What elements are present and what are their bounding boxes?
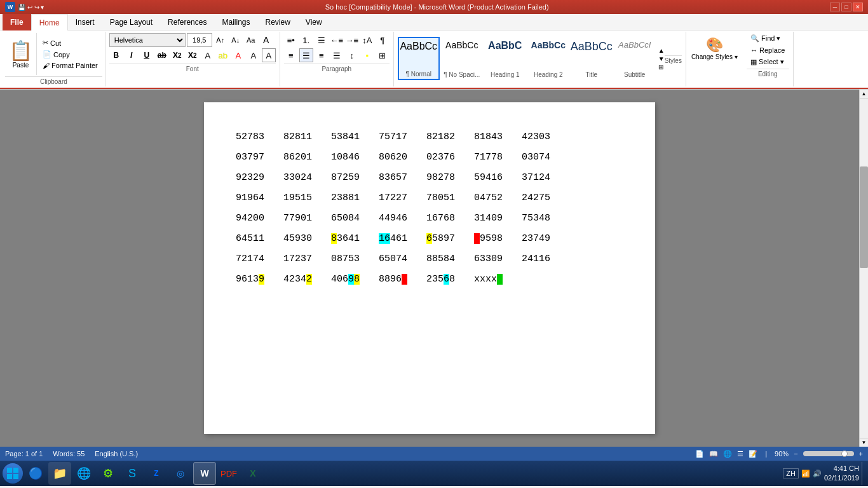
taskbar-chrome[interactable]: 🔵	[24, 462, 47, 485]
tab-insert[interactable]: Insert	[68, 14, 102, 30]
scroll-down-arrow[interactable]: ▼	[860, 438, 868, 447]
cell: 63309	[474, 250, 509, 269]
scroll-thumb[interactable]	[860, 166, 868, 268]
zoom-slider[interactable]	[803, 451, 854, 456]
align-left-button[interactable]: ≡	[284, 48, 298, 62]
taskbar-app1[interactable]: ⚙	[97, 462, 119, 485]
tab-references[interactable]: References	[160, 14, 214, 30]
scroll-down-button[interactable]: ▼	[658, 55, 665, 62]
bullets-button[interactable]: ≡•	[284, 33, 298, 47]
view-print-icon[interactable]: 📄	[695, 450, 704, 458]
tab-file[interactable]: File	[3, 14, 31, 30]
underline-button[interactable]: U	[140, 48, 154, 62]
close-button[interactable]: ✕	[853, 3, 863, 11]
taskbar-excel[interactable]: X	[241, 462, 264, 485]
view-outline-icon[interactable]: ☰	[737, 450, 743, 458]
tab-home[interactable]: Home	[31, 14, 68, 30]
heading2-style-button[interactable]: AaBbCc Heading 2	[527, 37, 569, 80]
show-desktop-button[interactable]	[862, 462, 865, 485]
clear-format-button[interactable]: A	[259, 33, 273, 47]
taskbar-word[interactable]: W	[193, 462, 216, 485]
change-styles-button[interactable]: 🎨 Change Styles ▾	[689, 34, 740, 63]
taskbar-pdf[interactable]: PDF	[217, 462, 240, 485]
change-case-button[interactable]: Aa	[244, 33, 258, 47]
justify-button[interactable]: ☰	[330, 48, 344, 62]
document-scroll-area[interactable]: 52783 82811 53841 75717 82182 81843 4230…	[0, 90, 859, 447]
decrease-indent-button[interactable]: ←≡	[330, 33, 344, 47]
minimize-button[interactable]: ─	[830, 3, 840, 11]
tab-mailings[interactable]: Mailings	[214, 14, 257, 30]
subtitle-style-button[interactable]: AaBbCcI Subtitle	[614, 37, 656, 80]
taskbar-ie[interactable]: 🌐	[72, 462, 95, 485]
cell: 91964	[236, 189, 271, 208]
select-button[interactable]: ▦ Select ▾	[748, 57, 787, 67]
scroll-up-arrow[interactable]: ▲	[860, 90, 868, 98]
cell: 42342	[283, 270, 318, 289]
borders-button[interactable]: ⊞	[376, 48, 390, 62]
font-size-input[interactable]	[187, 33, 212, 47]
bold-button[interactable]: B	[109, 48, 123, 62]
table-row: 64511 45930 83641 16461 65897 29598 2374…	[236, 229, 623, 248]
cut-button[interactable]: ✂ Cut	[41, 38, 100, 48]
scroll-up-button[interactable]: ▲	[658, 47, 665, 54]
superscript-button[interactable]: X2	[186, 48, 200, 62]
taskbar-skype[interactable]: S	[121, 462, 144, 485]
zoom-slider-thumb[interactable]	[841, 451, 848, 457]
paste-button[interactable]: 📋 Paste	[5, 33, 37, 75]
maximize-button[interactable]: □	[841, 3, 851, 11]
start-button[interactable]	[3, 463, 23, 484]
view-draft-icon[interactable]: 📝	[749, 450, 757, 458]
tab-review[interactable]: Review	[257, 14, 297, 30]
taskbar-imo[interactable]: ◎	[169, 462, 192, 485]
italic-button[interactable]: I	[125, 48, 139, 62]
tab-view[interactable]: View	[298, 14, 330, 30]
network-icon: 📶	[801, 470, 810, 478]
language-btn[interactable]: ZH	[783, 468, 799, 478]
sort-button[interactable]: ↕A	[360, 33, 374, 47]
nospace-style-button[interactable]: AaBbCc ¶ No Spaci...	[441, 37, 483, 80]
normal-style-button[interactable]: AaBbCc ¶ Normal	[398, 37, 440, 80]
char-shading-button[interactable]: A	[247, 48, 261, 62]
increase-indent-button[interactable]: →≡	[345, 33, 359, 47]
scrollbar-vertical[interactable]: ▲ ▼	[859, 90, 868, 447]
multilevel-button[interactable]: ☰	[315, 33, 329, 47]
table-row: 96139 42342 40698 88962 23568 xxxxx	[236, 270, 623, 289]
copy-button[interactable]: 📄 Copy	[41, 50, 100, 59]
align-center-button[interactable]: ☰	[299, 48, 313, 62]
quick-access: 💾 ↩ ↪ ▾	[18, 4, 44, 11]
zoom-in-button[interactable]: +	[859, 450, 863, 458]
title-style-button[interactable]: AaBbCc Title	[571, 37, 613, 80]
taskbar-zalo[interactable]: Z	[145, 462, 168, 485]
font-color-button[interactable]: A	[231, 48, 245, 62]
view-web-icon[interactable]: 🌐	[723, 450, 732, 458]
char-border-button[interactable]: A	[262, 48, 276, 62]
more-styles-button[interactable]: ⊞	[658, 64, 665, 71]
cell: 08753	[331, 250, 366, 269]
text-highlight-button[interactable]: ab	[216, 48, 230, 62]
format-painter-button[interactable]: 🖌 Format Painter	[41, 61, 100, 70]
shading-button[interactable]: ▪	[360, 48, 374, 62]
highlight: 6	[426, 233, 432, 244]
show-marks-button[interactable]: ¶	[376, 33, 390, 47]
numbering-button[interactable]: 1.	[299, 33, 313, 47]
cell: 96139	[236, 270, 271, 289]
replace-button[interactable]: ↔ Replace	[748, 45, 787, 55]
find-button[interactable]: 🔍 Find ▾	[748, 33, 787, 44]
volume-icon: 🔊	[813, 470, 822, 478]
paragraph-label: Paragraph	[284, 64, 390, 72]
heading1-style-button[interactable]: AaBbC Heading 1	[484, 37, 526, 80]
tab-page-layout[interactable]: Page Layout	[102, 14, 160, 30]
align-right-button[interactable]: ≡	[315, 48, 329, 62]
font-name-select[interactable]: Helvetica	[109, 33, 186, 47]
grow-font-button[interactable]: A↑	[214, 33, 227, 47]
zoom-out-button[interactable]: −	[794, 450, 797, 458]
line-spacing-button[interactable]: ↕	[345, 48, 359, 62]
text-effect-button[interactable]: A	[201, 48, 215, 62]
taskbar-explorer[interactable]: 📁	[48, 462, 71, 485]
styles-group: AaBbCc ¶ Normal AaBbCc ¶ No Spaci... AaB…	[394, 32, 686, 86]
subscript-button[interactable]: X2	[170, 48, 184, 62]
shrink-font-button[interactable]: A↓	[229, 33, 243, 47]
view-reading-icon[interactable]: 📖	[709, 450, 718, 458]
cell: 81843	[474, 128, 509, 147]
strikethrough-button[interactable]: ab	[155, 48, 169, 62]
